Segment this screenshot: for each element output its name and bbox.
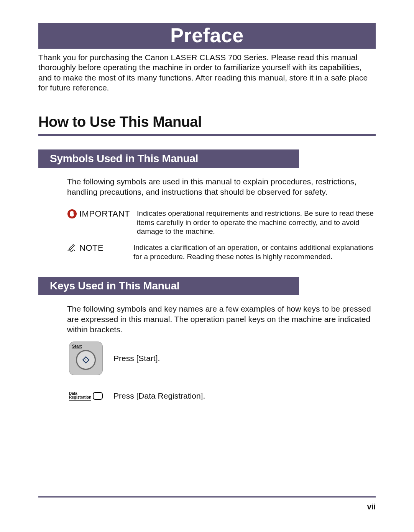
note-row: NOTE Indicates a clarification of an ope… — [67, 243, 376, 261]
important-hand-icon — [67, 209, 77, 219]
start-diamond-icon — [82, 356, 90, 364]
preface-intro: Thank you for purchasing the Canon LASER… — [38, 53, 376, 93]
start-key-graphic: Start — [69, 342, 103, 375]
preface-banner-text: Preface — [170, 24, 243, 46]
page-number: vii — [367, 502, 376, 511]
subsection-keys-banner: Keys Used in This Manual — [38, 277, 376, 295]
datareg-key-graphic: Data Registration — [69, 388, 103, 404]
important-label: IMPORTANT — [79, 209, 130, 219]
datareg-key-text: Press [Data Registration]. — [113, 391, 205, 401]
start-key-button — [76, 350, 96, 370]
start-key-row: Start Press [Start]. — [69, 342, 376, 375]
preface-banner: Preface — [38, 23, 376, 49]
important-label-cell: IMPORTANT — [67, 209, 130, 219]
start-key-label: Start — [72, 344, 82, 348]
important-row: IMPORTANT Indicates operational requirem… — [67, 209, 376, 236]
datareg-key-row: Data Registration Press [Data Registrati… — [69, 388, 376, 404]
important-desc: Indicates operational requirements and r… — [137, 209, 376, 236]
datareg-key-label: Data Registration — [69, 392, 91, 401]
note-desc: Indicates a clarification of an operatio… — [133, 243, 376, 261]
subsection-symbols-banner: Symbols Used in This Manual — [38, 149, 376, 168]
page-footer: vii — [38, 496, 376, 498]
page: Preface Thank you for purchasing the Can… — [0, 0, 414, 532]
section-how-to-use-heading: How to Use This Manual — [38, 114, 376, 130]
symbols-intro: The following symbols are used in this m… — [67, 176, 376, 197]
note-label: NOTE — [79, 243, 104, 253]
svg-point-2 — [85, 360, 86, 360]
subsection-symbols-heading: Symbols Used in This Manual — [50, 153, 198, 164]
footer-divider — [38, 496, 376, 498]
note-label-cell: NOTE — [67, 243, 127, 253]
note-pencil-icon — [67, 244, 77, 252]
keys-intro: The following symbols and key names are … — [67, 304, 376, 335]
datareg-key-button — [93, 392, 103, 400]
section-divider — [38, 134, 376, 136]
subsection-keys-heading: Keys Used in This Manual — [50, 280, 179, 292]
start-key-text: Press [Start]. — [113, 354, 160, 363]
